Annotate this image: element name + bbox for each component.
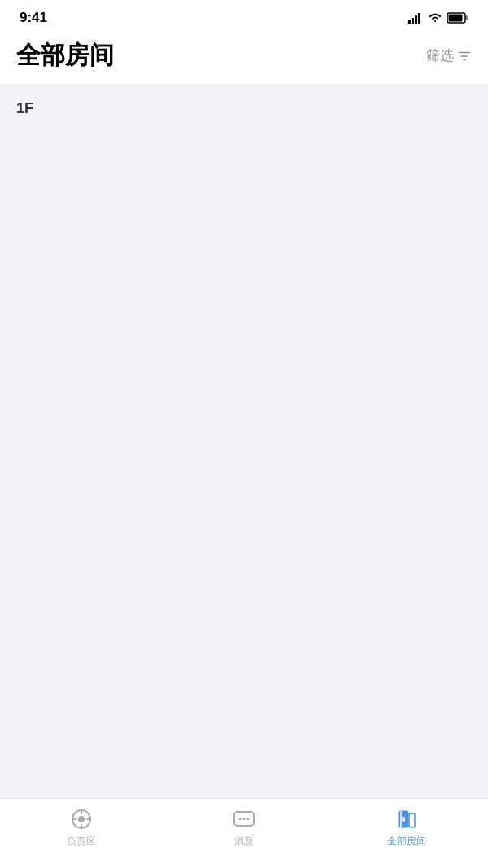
filter-button[interactable]: 筛选 <box>426 46 472 65</box>
signal-icon <box>408 13 423 24</box>
svg-rect-19 <box>402 817 405 822</box>
svg-rect-6 <box>466 15 468 20</box>
svg-point-15 <box>243 818 246 820</box>
nav-item-allrooms[interactable]: 全部房间 <box>325 807 488 848</box>
svg-rect-3 <box>418 13 420 24</box>
nav-label-zone: 负责区 <box>67 835 96 848</box>
floor-label: 1F <box>0 90 488 122</box>
message-icon <box>232 807 256 831</box>
nav-item-zone[interactable]: 负责区 <box>0 807 163 848</box>
nav-label-allrooms: 全部房间 <box>387 835 426 848</box>
svg-rect-2 <box>415 15 417 24</box>
nav-label-message: 消息 <box>234 835 254 848</box>
wifi-icon <box>428 12 442 24</box>
divider <box>0 84 488 90</box>
svg-rect-0 <box>408 20 411 24</box>
status-time: 9:41 <box>20 10 47 26</box>
zone-icon <box>69 807 94 831</box>
filter-label: 筛选 <box>426 46 454 65</box>
header: 全部房间 筛选 <box>0 33 488 84</box>
status-icons <box>408 12 468 24</box>
page-title: 全部房间 <box>16 39 114 72</box>
filter-icon <box>457 49 472 63</box>
svg-rect-1 <box>412 18 414 24</box>
nav-item-message[interactable]: 消息 <box>163 807 325 848</box>
battery-icon <box>447 12 468 24</box>
allrooms-icon <box>394 807 419 831</box>
svg-point-14 <box>239 818 242 820</box>
status-bar: 9:41 <box>0 0 488 33</box>
svg-rect-5 <box>449 15 463 22</box>
svg-rect-20 <box>409 813 415 827</box>
svg-point-16 <box>247 818 250 820</box>
svg-point-8 <box>78 816 85 822</box>
bottom-nav: 负责区 消息 全部房间 <box>0 798 488 868</box>
